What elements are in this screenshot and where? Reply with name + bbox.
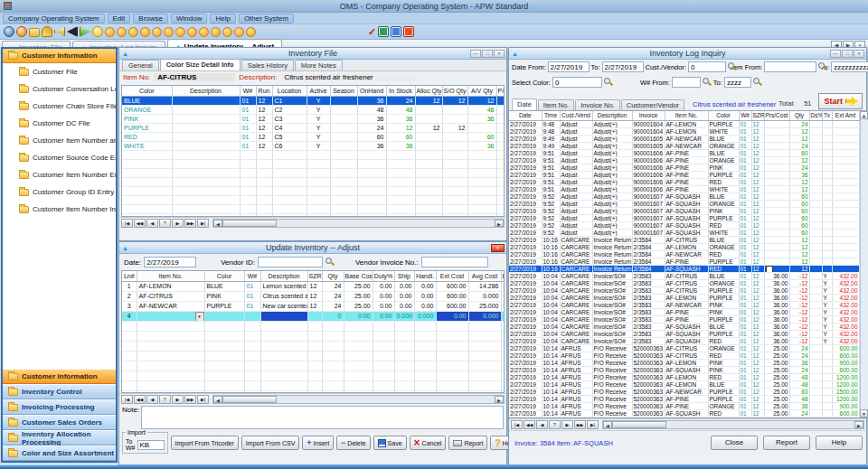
fast-next-icon[interactable]: ▶▶ — [184, 219, 196, 228]
vendor-id-input[interactable] — [258, 257, 323, 267]
item-from-input[interactable] — [764, 61, 816, 72]
scroll-right-icon[interactable]: ▶ — [495, 220, 504, 227]
start-button[interactable]: Start — [818, 93, 863, 109]
shortcut-coin-icon[interactable] — [199, 27, 209, 37]
date-to-input[interactable] — [602, 61, 644, 72]
exit-icon[interactable] — [403, 26, 414, 37]
shortcut-coin-icon[interactable] — [234, 27, 244, 37]
tab-general[interactable]: General — [122, 60, 159, 70]
shortcut-coin-icon[interactable] — [140, 27, 150, 37]
scrollbar-thumb[interactable] — [612, 421, 666, 428]
first-record-icon[interactable]: |◀ — [121, 395, 133, 404]
scrollbar-thumb[interactable] — [222, 220, 277, 227]
table-row[interactable]: 2/27/20199:48AdjustAdjust(+)900001604AF-… — [509, 127, 859, 135]
calculator-icon[interactable] — [378, 26, 389, 37]
close-icon[interactable]: × — [854, 50, 864, 58]
delete-button[interactable]: − Delete — [336, 436, 371, 450]
table-row[interactable]: 2/27/20199:52AdjustAdjust(+)900001607AF-… — [509, 192, 859, 200]
empty-row[interactable] — [122, 204, 505, 213]
item-to-input[interactable] — [831, 61, 868, 72]
sidebar-item-customer-file[interactable]: Customer File — [3, 63, 116, 80]
log-inquiry-titlebar[interactable]: ▲ Inventory Log Inquiry — □ × — [509, 48, 866, 60]
flashlight-icon[interactable] — [54, 26, 65, 37]
calendar-icon[interactable] — [391, 26, 401, 37]
next-record-icon[interactable]: ▶ — [561, 420, 573, 429]
close-button[interactable]: Close — [711, 436, 758, 450]
w-from-input[interactable] — [672, 77, 701, 88]
sidebar-item-customer-item-number-upc[interactable]: Customer Item Number and UPC C — [3, 132, 116, 149]
table-row[interactable]: 2/27/20199:52AdjustAdjust(+)900001607AF-… — [509, 214, 859, 221]
table-row[interactable]: 2/27/201910:14AFRUSP/O Receive520000363A… — [509, 409, 859, 417]
maximize-icon[interactable]: □ — [842, 50, 853, 58]
first-record-icon[interactable]: |◀ — [121, 219, 133, 228]
scroll-up-icon[interactable]: ▲ — [860, 111, 868, 119]
table-row[interactable]: PINK0112C3Y363636 — [122, 114, 505, 123]
empty-row[interactable] — [122, 371, 505, 380]
cancel-button[interactable]: × Cancel — [410, 436, 447, 450]
table-row[interactable]: ORANGE0112C2Y484848 — [122, 105, 505, 114]
menu-company-operating-system[interactable]: Company Operating System — [3, 14, 105, 23]
search-icon[interactable] — [604, 78, 613, 87]
menu-browse[interactable]: Browse — [133, 14, 168, 23]
table-row[interactable]: 2/27/201910:16CARCAREInvoice Return2/358… — [509, 236, 859, 243]
table-row[interactable]: 2/27/20199:51AdjustAdjust(+)900001606AF-… — [509, 156, 859, 164]
selected-row[interactable]: 2/27/201910:16CARCAREInvoice Return2/358… — [509, 265, 859, 272]
last-record-icon[interactable]: ▶| — [197, 395, 209, 404]
table-row[interactable]: 2/27/201910:16CARCAREInvoice Return2/358… — [509, 243, 859, 250]
fast-prev-icon[interactable]: ◀◀ — [134, 219, 146, 228]
adjust-lines-grid[interactable]: Ln#Item No. ColorW# DescriptionSZR QtyBa… — [122, 271, 505, 393]
table-row[interactable]: 2/27/201910:04CARCAREInvoice/SO#2/3583AF… — [509, 308, 859, 315]
scroll-right-icon[interactable]: ▶ — [495, 396, 504, 403]
scroll-left-icon[interactable]: ◀ — [213, 220, 222, 227]
check-icon[interactable]: ✓ — [368, 26, 376, 37]
empty-row[interactable] — [122, 331, 505, 341]
close-icon[interactable]: × — [491, 244, 505, 252]
table-row[interactable]: 2/27/20199:49AdjustAdjust(+)900001605AF-… — [509, 142, 859, 149]
maximize-icon[interactable]: □ — [482, 50, 493, 58]
menu-help[interactable]: Help — [210, 14, 235, 23]
fast-next-icon[interactable]: ▶▶ — [184, 395, 196, 404]
empty-row[interactable] — [122, 186, 505, 195]
table-row[interactable]: 2/27/20199:51AdjustAdjust(+)900001606AF-… — [509, 171, 859, 178]
empty-row[interactable] — [122, 351, 505, 361]
horizontal-scrollbar[interactable]: ◀ ▶ — [212, 219, 505, 228]
search-icon[interactable] — [326, 258, 335, 267]
table-row[interactable]: 3AF-NEWCARPURPLE01New car scented122425.… — [122, 301, 505, 311]
table-row[interactable]: 2/27/201910:04CARCAREInvoice/SO#2/3583AF… — [509, 272, 859, 279]
tab-invoice-no[interactable]: Invoice No. — [575, 99, 620, 110]
table-row[interactable]: 2/27/201910:14AFRUSP/O Receive520000363A… — [509, 359, 859, 366]
import-from-csv-button[interactable]: Import From CSV — [241, 436, 299, 450]
shortcut-coin-icon[interactable] — [105, 27, 115, 37]
table-row[interactable]: 2/27/20199:51AdjustAdjust(+)900001606AF-… — [509, 178, 859, 185]
prev-record-icon[interactable]: ◀ — [536, 420, 548, 429]
prev-record-icon[interactable]: ◀ — [146, 395, 158, 404]
scrollbar-thumb[interactable] — [222, 396, 277, 403]
key-icon[interactable] — [42, 26, 52, 37]
horizontal-scrollbar[interactable]: ◀ ▶ — [602, 420, 864, 429]
save-button[interactable]: Save — [373, 436, 407, 450]
sidebar-item-customer-source-code-entry[interactable]: Customer Source Code Entry — [3, 149, 116, 166]
tab-sales-history[interactable]: Sales History — [241, 60, 294, 70]
scroll-left-icon[interactable]: ◀ — [603, 421, 612, 428]
table-row[interactable]: 2/27/201910:04CARCAREInvoice/SO#2/3583AF… — [509, 337, 859, 344]
sidebar-item-customer-conversation-log[interactable]: Customer Conversation Log — [3, 80, 116, 98]
tab-item-no[interactable]: Item No. — [538, 99, 574, 110]
horizontal-scrollbar[interactable]: ◀ ▶ — [212, 395, 505, 404]
table-row[interactable]: RED0112C5Y606060 — [122, 132, 505, 141]
shortcut-coin-icon[interactable] — [187, 27, 197, 37]
table-row[interactable]: 2/27/20199:52AdjustAdjust(+)900001607AF-… — [509, 229, 859, 236]
color-size-grid[interactable]: ColorDescription W#Run LocationActive Se… — [122, 86, 505, 217]
fast-next-icon[interactable]: ▶▶ — [574, 420, 586, 429]
table-row[interactable]: 2/27/201910:16CARCAREInvoice Return2/358… — [509, 250, 859, 258]
tab-color-size-detail-info[interactable]: Color Size Detail Info — [160, 59, 241, 70]
section-inventory-allocation-processing[interactable]: Inventory Allocation Processing — [3, 430, 116, 446]
section-invoicing-processing[interactable]: Invoicing Processing — [3, 399, 116, 415]
section-inventory-control[interactable]: Inventory Control — [3, 384, 116, 399]
globe-icon[interactable] — [16, 26, 27, 37]
last-record-icon[interactable]: ▶| — [197, 219, 209, 228]
shortcut-coin-icon[interactable] — [164, 27, 174, 37]
report-button[interactable]: Report — [448, 436, 487, 450]
shortcut-coin-icon[interactable] — [128, 27, 138, 37]
vendor-invoice-input[interactable] — [421, 257, 488, 267]
insert-button[interactable]: + Insert — [302, 436, 334, 450]
